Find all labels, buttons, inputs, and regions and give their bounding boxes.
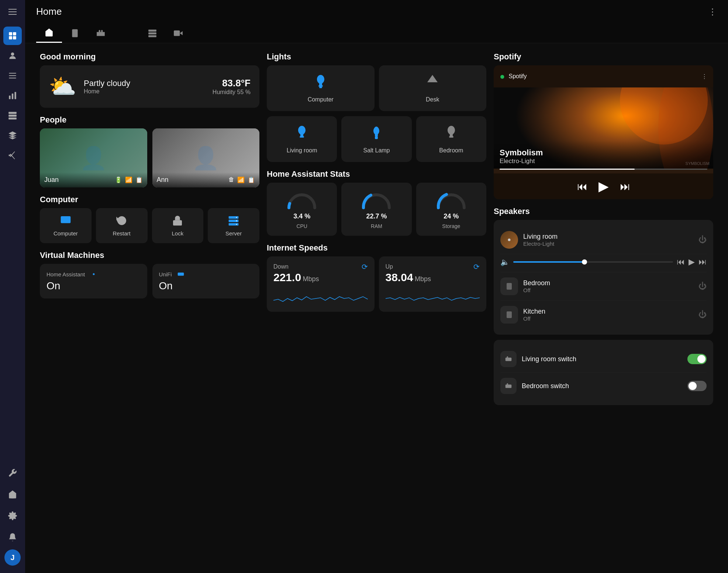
svg-point-48 [508, 314, 510, 317]
lock-btn-label: Lock [172, 230, 184, 237]
tab-mobile[interactable] [62, 24, 88, 42]
vm-unifi-status: On [159, 280, 253, 292]
person-juan[interactable]: 👤 Juan 🔋 📶 📋 [40, 128, 147, 187]
lock-btn[interactable]: Lock [152, 208, 204, 243]
switch-bedroom-icon [504, 382, 513, 390]
sidebar-item-dashboard[interactable] [3, 27, 22, 45]
speed-down-label-row: Down ⟳ [273, 262, 368, 271]
sidebar-item-person[interactable] [3, 46, 22, 65]
speaker-living-room: Living room Electro-Light ⏻ [500, 226, 707, 254]
switch-living-room-icon [504, 355, 513, 363]
svg-point-45 [508, 286, 510, 288]
speed-up-unit: Mbps [415, 275, 431, 283]
switch-living-room-name: Living room switch [522, 355, 682, 363]
spotify-prev-btn[interactable]: ⏮ [577, 180, 587, 193]
vm-ha-card[interactable]: Home Assistant On [40, 264, 147, 298]
speaker-prev-btn[interactable]: ⏮ [677, 257, 685, 267]
server-icon [8, 111, 17, 120]
ram-label: RAM [371, 223, 382, 229]
spotify-progress-bar[interactable] [500, 169, 707, 170]
speaker-living-room-power-btn[interactable]: ⏻ [698, 235, 707, 245]
tab-bedroom1[interactable] [88, 24, 114, 42]
sidebar-item-settings[interactable] [3, 507, 22, 525]
restart-btn[interactable]: Restart [96, 208, 148, 243]
cpu-stat: 3.4 % CPU [267, 183, 337, 236]
switch-living-room-knob [697, 355, 705, 363]
svg-point-30 [236, 220, 237, 221]
storage-gauge [435, 189, 468, 210]
list-icon [8, 71, 17, 80]
switch-bedroom-knob [689, 382, 697, 390]
sidebar-item-chart[interactable] [3, 86, 22, 105]
vm-title: Virtual Machines [40, 251, 259, 260]
ha-stats-section: Home Assistant Stats 3.4 % CPU [267, 169, 486, 236]
svg-rect-9 [12, 94, 13, 99]
spotify-progress-fill [500, 169, 635, 170]
greeting-section: Good morning ⛅ Partly cloudy Home 83.8°F… [40, 52, 259, 108]
bedroom2-tab-icon [122, 28, 131, 38]
tab-camera[interactable] [165, 24, 191, 42]
sidebar-item-server[interactable] [3, 106, 22, 125]
spotify-more-btn[interactable]: ⋮ [701, 73, 707, 80]
volume-slider[interactable] [513, 261, 673, 263]
bedroom-light-btn[interactable]: Bedroom [416, 116, 486, 162]
speed-up-graph [386, 287, 480, 306]
switch-living-room-toggle[interactable] [687, 354, 707, 364]
sidebar-item-vscode[interactable] [3, 146, 22, 165]
living-room-light-btn[interactable]: Living room [267, 116, 337, 162]
svg-point-32 [93, 273, 95, 275]
weather-location: Home [84, 88, 205, 95]
sidebar-item-hacs[interactable] [3, 126, 22, 145]
volume-thumb[interactable] [582, 259, 587, 265]
spotify-controls: ⏮ ▶ ⏭ [494, 173, 713, 199]
speaker-bedroom-status: Off [523, 287, 693, 293]
speed-up-value: 38.04 [386, 271, 413, 283]
ram-stat: 22.7 % RAM [341, 183, 411, 236]
tab-home[interactable] [36, 23, 62, 43]
salt-lamp-btn[interactable]: Salt Lamp [341, 116, 411, 162]
speed-down-icon: ⟳ [362, 262, 368, 271]
spotify-play-btn[interactable]: ▶ [598, 179, 609, 194]
menu-button[interactable] [4, 4, 21, 20]
speed-down-value: 221.0 [273, 271, 301, 283]
computer-light-btn[interactable]: Computer [267, 65, 375, 111]
speed-up-card: Up ⟳ 38.04 Mbps [379, 256, 487, 312]
computer-light-icon [312, 73, 330, 91]
speaker-kitchen-info: Kitchen Off [523, 308, 693, 322]
speaker-kitchen-power-btn[interactable]: ⏻ [698, 310, 707, 320]
user-avatar[interactable]: J [4, 549, 21, 566]
more-options-button[interactable]: ⋮ [708, 7, 717, 17]
wifi-icon2: 📶 [237, 176, 245, 183]
trash-icon: 🗑 [228, 176, 234, 183]
spotify-app-name: Spotify [509, 73, 527, 80]
col-3: Spotify ● Spotify ⋮ [490, 52, 717, 405]
sidebar-item-notifications[interactable] [3, 528, 22, 546]
sidebar-item-list[interactable] [3, 66, 22, 85]
speaker-bedroom-info: Bedroom Off [523, 279, 693, 293]
volume-fill [513, 261, 585, 263]
speed-grid: Down ⟳ 221.0 Mbps [267, 256, 486, 312]
sidebar-nav [3, 27, 22, 461]
weather-description: Partly cloudy [84, 79, 205, 88]
hacs-icon [8, 131, 17, 140]
spotify-next-btn[interactable]: ⏭ [620, 180, 630, 193]
col-2: Lights Computer [263, 52, 490, 405]
switch-bedroom-toggle[interactable] [687, 381, 707, 391]
vm-unifi-card[interactable]: UniFi On [152, 264, 260, 298]
vm-ha-icon-row: Home Assistant [46, 270, 141, 278]
tab-server[interactable] [139, 24, 165, 42]
speaker-play-btn[interactable]: ▶ [689, 257, 695, 267]
speaker-next-btn[interactable]: ⏭ [698, 257, 707, 267]
vm-unifi-icon-row: UniFi [159, 270, 253, 278]
sidebar-item-home-config[interactable] [3, 485, 22, 504]
speaker-kitchen-thumb [500, 306, 518, 324]
speaker-bedroom-power-btn[interactable]: ⏻ [698, 282, 707, 291]
desk-light-btn[interactable]: Desk [379, 65, 487, 111]
computer-btn[interactable]: Computer [40, 208, 92, 243]
server-btn[interactable]: Server [208, 208, 259, 243]
switch-living-room-thumb [500, 351, 517, 367]
sidebar-item-tools[interactable] [3, 464, 22, 482]
person-ann[interactable]: 👤 Ann 🗑 📶 📋 [152, 128, 260, 187]
weather-card: ⛅ Partly cloudy Home 83.8°F Humidity 55 … [40, 65, 259, 108]
tab-bedroom2[interactable] [114, 24, 139, 42]
